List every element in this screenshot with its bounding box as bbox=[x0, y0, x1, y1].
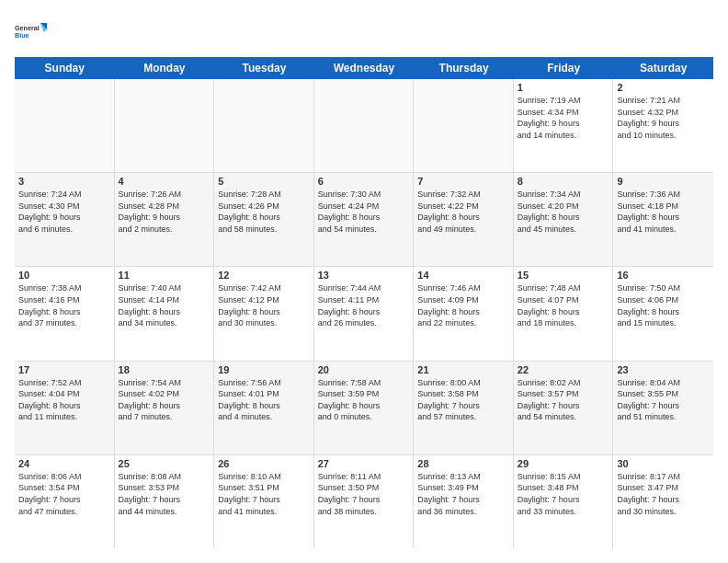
weekday-header-wednesday: Wednesday bbox=[314, 57, 415, 79]
day-cell-27: 27Sunrise: 8:11 AM Sunset: 3:50 PM Dayli… bbox=[314, 455, 415, 548]
day-number: 10 bbox=[18, 270, 110, 281]
day-number: 25 bbox=[119, 458, 210, 469]
day-cell-23: 23Sunrise: 8:04 AM Sunset: 3:55 PM Dayli… bbox=[613, 362, 713, 454]
day-info: Sunrise: 8:13 AM Sunset: 3:49 PM Dayligh… bbox=[417, 471, 509, 517]
day-cell-11: 11Sunrise: 7:40 AM Sunset: 4:14 PM Dayli… bbox=[115, 267, 215, 360]
day-number: 19 bbox=[218, 364, 310, 375]
day-info: Sunrise: 8:00 AM Sunset: 3:58 PM Dayligh… bbox=[417, 377, 509, 423]
day-cell-20: 20Sunrise: 7:58 AM Sunset: 3:59 PM Dayli… bbox=[314, 362, 415, 454]
day-info: Sunrise: 7:52 AM Sunset: 4:04 PM Dayligh… bbox=[18, 377, 110, 423]
day-cell-25: 25Sunrise: 8:08 AM Sunset: 3:53 PM Dayli… bbox=[115, 455, 215, 548]
day-cell-12: 12Sunrise: 7:42 AM Sunset: 4:12 PM Dayli… bbox=[214, 267, 314, 360]
day-cell-2: 2Sunrise: 7:21 AM Sunset: 4:32 PM Daylig… bbox=[613, 79, 713, 172]
day-info: Sunrise: 7:58 AM Sunset: 3:59 PM Dayligh… bbox=[318, 377, 410, 423]
calendar: SundayMondayTuesdayWednesdayThursdayFrid… bbox=[15, 57, 713, 548]
day-info: Sunrise: 8:17 AM Sunset: 3:47 PM Dayligh… bbox=[617, 471, 710, 517]
svg-text:Blue: Blue bbox=[15, 31, 29, 40]
day-number: 12 bbox=[218, 270, 310, 281]
week-row-4: 17Sunrise: 7:52 AM Sunset: 4:04 PM Dayli… bbox=[15, 362, 713, 455]
day-number: 21 bbox=[417, 364, 509, 375]
day-cell-17: 17Sunrise: 7:52 AM Sunset: 4:04 PM Dayli… bbox=[15, 362, 115, 454]
day-number: 27 bbox=[318, 458, 410, 469]
day-number: 5 bbox=[218, 176, 310, 187]
day-info: Sunrise: 8:02 AM Sunset: 3:57 PM Dayligh… bbox=[518, 377, 609, 423]
day-cell-empty bbox=[314, 79, 415, 172]
weekday-header-thursday: Thursday bbox=[414, 57, 514, 79]
day-cell-19: 19Sunrise: 7:56 AM Sunset: 4:01 PM Dayli… bbox=[214, 362, 314, 454]
day-cell-1: 1Sunrise: 7:19 AM Sunset: 4:34 PM Daylig… bbox=[514, 79, 614, 172]
weekday-header-friday: Friday bbox=[514, 57, 614, 79]
day-cell-30: 30Sunrise: 8:17 AM Sunset: 3:47 PM Dayli… bbox=[613, 455, 713, 548]
day-info: Sunrise: 8:15 AM Sunset: 3:48 PM Dayligh… bbox=[518, 471, 609, 517]
weekday-header-sunday: Sunday bbox=[15, 57, 115, 79]
day-info: Sunrise: 7:28 AM Sunset: 4:26 PM Dayligh… bbox=[218, 189, 310, 235]
week-row-1: 1Sunrise: 7:19 AM Sunset: 4:34 PM Daylig… bbox=[15, 79, 713, 173]
day-info: Sunrise: 8:11 AM Sunset: 3:50 PM Dayligh… bbox=[318, 471, 410, 517]
day-info: Sunrise: 7:34 AM Sunset: 4:20 PM Dayligh… bbox=[518, 189, 609, 235]
day-number: 22 bbox=[518, 364, 609, 375]
weekday-header-monday: Monday bbox=[115, 57, 215, 79]
day-cell-28: 28Sunrise: 8:13 AM Sunset: 3:49 PM Dayli… bbox=[414, 455, 514, 548]
calendar-header: SundayMondayTuesdayWednesdayThursdayFrid… bbox=[15, 57, 713, 79]
day-cell-7: 7Sunrise: 7:32 AM Sunset: 4:22 PM Daylig… bbox=[414, 173, 514, 266]
day-number: 16 bbox=[617, 270, 710, 281]
day-info: Sunrise: 7:56 AM Sunset: 4:01 PM Dayligh… bbox=[218, 377, 310, 423]
day-info: Sunrise: 7:21 AM Sunset: 4:32 PM Dayligh… bbox=[617, 95, 710, 141]
day-info: Sunrise: 7:24 AM Sunset: 4:30 PM Dayligh… bbox=[18, 189, 110, 235]
day-cell-empty bbox=[15, 79, 115, 172]
day-info: Sunrise: 8:06 AM Sunset: 3:54 PM Dayligh… bbox=[18, 471, 110, 517]
day-number: 24 bbox=[18, 458, 110, 469]
day-info: Sunrise: 7:50 AM Sunset: 4:06 PM Dayligh… bbox=[617, 282, 710, 328]
day-number: 14 bbox=[417, 270, 509, 281]
day-cell-24: 24Sunrise: 8:06 AM Sunset: 3:54 PM Dayli… bbox=[15, 455, 115, 548]
day-cell-8: 8Sunrise: 7:34 AM Sunset: 4:20 PM Daylig… bbox=[514, 173, 614, 266]
day-cell-18: 18Sunrise: 7:54 AM Sunset: 4:02 PM Dayli… bbox=[115, 362, 215, 454]
day-info: Sunrise: 7:30 AM Sunset: 4:24 PM Dayligh… bbox=[318, 189, 410, 235]
day-cell-14: 14Sunrise: 7:46 AM Sunset: 4:09 PM Dayli… bbox=[414, 267, 514, 360]
day-info: Sunrise: 7:44 AM Sunset: 4:11 PM Dayligh… bbox=[318, 282, 410, 328]
day-cell-3: 3Sunrise: 7:24 AM Sunset: 4:30 PM Daylig… bbox=[15, 173, 115, 266]
day-number: 7 bbox=[417, 176, 509, 187]
day-number: 18 bbox=[119, 364, 210, 375]
day-number: 26 bbox=[218, 458, 310, 469]
weekday-header-saturday: Saturday bbox=[613, 57, 713, 79]
day-number: 11 bbox=[119, 270, 210, 281]
header: GeneralBlue bbox=[15, 15, 713, 48]
svg-text:General: General bbox=[15, 24, 40, 32]
day-number: 4 bbox=[119, 176, 210, 187]
day-cell-15: 15Sunrise: 7:48 AM Sunset: 4:07 PM Dayli… bbox=[514, 267, 614, 360]
day-info: Sunrise: 7:19 AM Sunset: 4:34 PM Dayligh… bbox=[518, 95, 609, 141]
day-cell-26: 26Sunrise: 8:10 AM Sunset: 3:51 PM Dayli… bbox=[214, 455, 314, 548]
day-number: 2 bbox=[617, 82, 710, 93]
day-info: Sunrise: 7:46 AM Sunset: 4:09 PM Dayligh… bbox=[417, 282, 509, 328]
day-info: Sunrise: 7:26 AM Sunset: 4:28 PM Dayligh… bbox=[119, 189, 210, 235]
day-number: 28 bbox=[417, 458, 509, 469]
day-info: Sunrise: 8:10 AM Sunset: 3:51 PM Dayligh… bbox=[218, 471, 310, 517]
day-number: 30 bbox=[617, 458, 710, 469]
day-info: Sunrise: 7:40 AM Sunset: 4:14 PM Dayligh… bbox=[119, 282, 210, 328]
day-info: Sunrise: 7:54 AM Sunset: 4:02 PM Dayligh… bbox=[119, 377, 210, 423]
day-number: 17 bbox=[18, 364, 110, 375]
day-info: Sunrise: 8:04 AM Sunset: 3:55 PM Dayligh… bbox=[617, 377, 710, 423]
page: GeneralBlue SundayMondayTuesdayWednesday… bbox=[0, 0, 728, 563]
day-number: 20 bbox=[318, 364, 410, 375]
day-info: Sunrise: 7:32 AM Sunset: 4:22 PM Dayligh… bbox=[417, 189, 509, 235]
day-cell-22: 22Sunrise: 8:02 AM Sunset: 3:57 PM Dayli… bbox=[514, 362, 614, 454]
day-cell-9: 9Sunrise: 7:36 AM Sunset: 4:18 PM Daylig… bbox=[613, 173, 713, 266]
week-row-5: 24Sunrise: 8:06 AM Sunset: 3:54 PM Dayli… bbox=[15, 455, 713, 548]
logo: GeneralBlue bbox=[15, 15, 51, 48]
day-cell-empty bbox=[214, 79, 314, 172]
week-row-3: 10Sunrise: 7:38 AM Sunset: 4:16 PM Dayli… bbox=[15, 267, 713, 361]
day-cell-4: 4Sunrise: 7:26 AM Sunset: 4:28 PM Daylig… bbox=[115, 173, 215, 266]
day-cell-16: 16Sunrise: 7:50 AM Sunset: 4:06 PM Dayli… bbox=[613, 267, 713, 360]
day-cell-empty bbox=[414, 79, 514, 172]
calendar-body: 1Sunrise: 7:19 AM Sunset: 4:34 PM Daylig… bbox=[15, 79, 713, 548]
day-cell-10: 10Sunrise: 7:38 AM Sunset: 4:16 PM Dayli… bbox=[15, 267, 115, 360]
day-info: Sunrise: 7:42 AM Sunset: 4:12 PM Dayligh… bbox=[218, 282, 310, 328]
day-number: 23 bbox=[617, 364, 710, 375]
day-number: 29 bbox=[518, 458, 609, 469]
day-cell-13: 13Sunrise: 7:44 AM Sunset: 4:11 PM Dayli… bbox=[314, 267, 415, 360]
day-info: Sunrise: 7:38 AM Sunset: 4:16 PM Dayligh… bbox=[18, 282, 110, 328]
day-info: Sunrise: 7:36 AM Sunset: 4:18 PM Dayligh… bbox=[617, 189, 710, 235]
day-cell-6: 6Sunrise: 7:30 AM Sunset: 4:24 PM Daylig… bbox=[314, 173, 415, 266]
